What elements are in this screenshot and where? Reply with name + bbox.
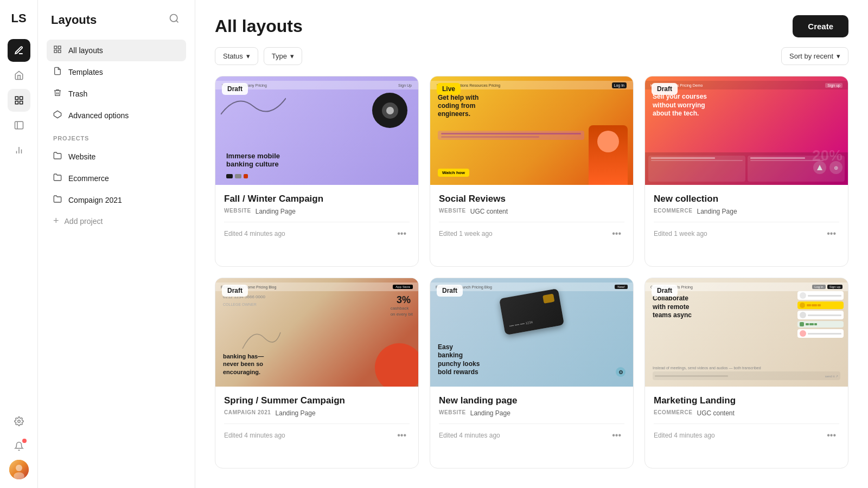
svg-rect-1 xyxy=(20,97,22,99)
sort-button[interactable]: Sort by recent ▾ xyxy=(781,47,848,65)
nav-item-advanced[interactable]: Advanced options xyxy=(47,105,186,126)
card-social-reviews[interactable]: Live Features Solutions Resources Pricin… xyxy=(430,76,634,267)
card-preview-3: Draft Home Templates Pricing Demo Sign u… xyxy=(645,76,848,185)
library-nav-btn[interactable] xyxy=(8,114,30,137)
card-meta-4: CAMPAIGN 2021 Landing Page xyxy=(224,409,410,417)
notification-btn[interactable] xyxy=(8,435,30,458)
icon-sidebar: LS Home xyxy=(0,0,38,488)
card-more-1[interactable]: ••• xyxy=(394,228,410,240)
type-label: Type xyxy=(272,52,287,60)
card-more-3[interactable]: ••• xyxy=(824,228,839,240)
sidebar-header: Layouts xyxy=(47,11,186,29)
card-more-2[interactable]: ••• xyxy=(609,228,624,240)
meta-value-3: Landing Page xyxy=(697,208,737,215)
add-project-btn[interactable]: + Add project xyxy=(47,211,186,231)
card-preview-6: Draft Outline Rebrands Pricing Log in Si… xyxy=(645,278,848,387)
card-title-2: Social Reviews xyxy=(439,194,624,204)
nav-item-all-layouts[interactable]: All layouts xyxy=(47,40,186,61)
card-info-4: Spring / Summer Campaign CAMPAIGN 2021 L… xyxy=(215,387,418,449)
svg-marker-19 xyxy=(54,111,61,118)
advanced-label: Advanced options xyxy=(68,111,129,120)
meta-tag-5: WEBSITE xyxy=(439,409,466,417)
card-new-landing[interactable]: Draft Features Why punch Pricing Blog Ne… xyxy=(430,278,634,468)
status-filter[interactable]: Status ▾ xyxy=(215,47,258,65)
type-filter[interactable]: Type ▾ xyxy=(264,47,302,65)
card-preview-4: Draft Features Why home Pricing Blog App… xyxy=(215,278,418,387)
svg-rect-2 xyxy=(15,101,18,104)
card-footer-2: Edited 1 week ago ••• xyxy=(439,222,624,240)
svg-rect-3 xyxy=(20,101,22,104)
card-new-collection[interactable]: Draft Home Templates Pricing Demo Sign u… xyxy=(644,76,848,267)
meta-value-4: Landing Page xyxy=(276,409,316,417)
card-title-3: New collection xyxy=(654,194,839,204)
nav-item-ecommerce[interactable]: Ecommerce xyxy=(47,168,186,189)
card-more-6[interactable]: ••• xyxy=(824,429,839,441)
type-chevron-icon: ▾ xyxy=(290,52,294,60)
card-marketing-landing[interactable]: Draft Outline Rebrands Pricing Log in Si… xyxy=(644,278,848,468)
svg-point-11 xyxy=(16,465,22,471)
card-spring-summer[interactable]: Draft Features Why home Pricing Blog App… xyxy=(215,278,419,468)
edit-nav-btn[interactable] xyxy=(8,39,30,62)
card-more-5[interactable]: ••• xyxy=(609,429,624,441)
grid-icon xyxy=(53,45,62,56)
nav-item-website[interactable]: Website xyxy=(47,146,186,168)
card-meta-5: WEBSITE Landing Page xyxy=(439,409,624,417)
svg-point-9 xyxy=(17,420,20,423)
meta-tag-2: WEBSITE xyxy=(439,208,466,215)
svg-rect-4 xyxy=(15,121,23,129)
card-time-6: Edited 4 minutes ago xyxy=(654,432,715,439)
svg-rect-18 xyxy=(58,50,61,53)
meta-value-6: UGC content xyxy=(697,409,735,417)
add-project-label: Add project xyxy=(65,217,103,226)
layouts-grid: Draft Features Company Pricing Sign Up I… xyxy=(195,65,868,488)
svg-rect-15 xyxy=(54,46,57,49)
sort-label: Sort by recent xyxy=(789,52,833,60)
status-label: Status xyxy=(223,52,243,60)
svg-rect-17 xyxy=(54,50,57,53)
svg-rect-16 xyxy=(58,46,61,49)
meta-value-5: Landing Page xyxy=(470,409,510,417)
badge-4: Draft xyxy=(222,285,248,297)
meta-tag-4: CAMPAIGN 2021 xyxy=(224,409,271,417)
card-info-2: Social Reviews WEBSITE UGC content Edite… xyxy=(430,185,633,247)
campaign-label: Compaign 2021 xyxy=(68,196,122,204)
ecommerce-label: Ecommerce xyxy=(68,174,109,183)
nav-item-campaign[interactable]: Compaign 2021 xyxy=(47,189,186,211)
search-btn[interactable] xyxy=(167,11,182,29)
card-info-3: New collection ECOMMERCE Landing Page Ed… xyxy=(645,185,848,247)
nav-item-trash[interactable]: Trash xyxy=(47,83,186,105)
home-nav-btn[interactable] xyxy=(8,64,30,87)
layouts-nav-btn[interactable] xyxy=(8,89,30,112)
templates-label: Templates xyxy=(68,68,103,76)
status-chevron-icon: ▾ xyxy=(246,52,250,60)
sidebar-title: Layouts xyxy=(51,13,97,27)
badge-2: Live xyxy=(437,83,461,95)
card-meta-3: ECOMMERCE Landing Page xyxy=(654,208,839,215)
meta-tag-3: ECOMMERCE xyxy=(654,208,693,215)
nav-sidebar: Layouts All layouts Templates xyxy=(38,0,195,488)
card-time-3: Edited 1 week ago xyxy=(654,230,707,237)
settings-nav-btn[interactable] xyxy=(8,410,30,433)
card-info-6: Marketing Landing ECOMMERCE UGC content … xyxy=(645,387,848,449)
svg-rect-0 xyxy=(15,97,18,99)
folder-icon-ecommerce xyxy=(53,173,62,184)
analytics-nav-btn[interactable] xyxy=(8,139,30,162)
badge-6: Draft xyxy=(652,285,678,297)
folder-icon-website xyxy=(53,151,62,162)
card-title-1: Fall / Winter Campaign xyxy=(224,194,410,204)
website-label: Website xyxy=(68,152,95,161)
card-preview-1: Draft Features Company Pricing Sign Up I… xyxy=(215,76,418,185)
create-button[interactable]: Create xyxy=(793,15,848,37)
card-more-4[interactable]: ••• xyxy=(394,429,410,441)
meta-tag-6: ECOMMERCE xyxy=(654,409,693,417)
card-info-5: New landing page WEBSITE Landing Page Ed… xyxy=(430,387,633,449)
user-avatar[interactable] xyxy=(9,460,29,479)
nav-item-templates[interactable]: Templates xyxy=(47,61,186,83)
card-fall-winter[interactable]: Draft Features Company Pricing Sign Up I… xyxy=(215,76,419,267)
card-preview-5: Draft Features Why punch Pricing Blog Ne… xyxy=(430,278,633,387)
svg-point-13 xyxy=(170,15,177,22)
app-logo[interactable]: LS xyxy=(9,9,29,28)
card-title-6: Marketing Landing xyxy=(654,395,839,406)
trash-icon xyxy=(53,88,62,99)
card-footer-4: Edited 4 minutes ago ••• xyxy=(224,423,410,441)
